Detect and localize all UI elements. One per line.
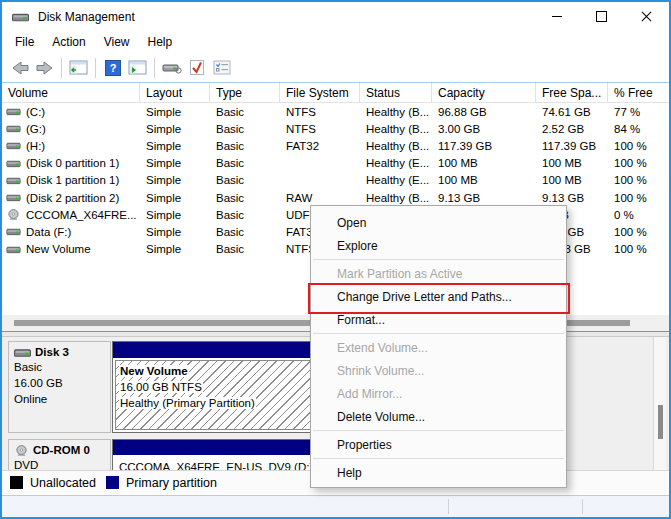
back-button[interactable] (7, 56, 32, 80)
help-button[interactable]: ? (100, 56, 125, 80)
menu-item-shrink-volume: Shrink Volume... (311, 359, 566, 382)
svg-text:?: ? (109, 62, 116, 74)
toolbar: ? (2, 53, 669, 83)
disk3-size: 16.00 GB (14, 376, 110, 390)
minimize-icon (552, 16, 562, 17)
menu-item-explore[interactable]: Explore (311, 234, 566, 257)
volume-name: (H:) (26, 140, 45, 152)
legend-label: Unallocated (30, 476, 96, 490)
context-menu: Open Explore Mark Partition as Active Ch… (310, 205, 567, 488)
menu-item-help[interactable]: Help (311, 461, 566, 484)
legend-primary-partition: Primary partition (106, 476, 217, 490)
volume-name: (Disk 1 partition 1) (26, 174, 119, 186)
volume-name: Data (F:) (26, 226, 71, 238)
volume-name: (G:) (26, 123, 46, 135)
toolbar-separator (61, 58, 62, 78)
column-header-free-space[interactable]: Free Spa... (536, 83, 608, 102)
table-row[interactable]: (H:) Simple Basic FAT32 Healthy (B... 11… (2, 137, 669, 154)
menu-item-mark-partition-active: Mark Partition as Active (311, 262, 566, 285)
refresh-disk-button[interactable] (159, 56, 184, 80)
column-header-volume[interactable]: Volume (2, 83, 140, 102)
menu-item-delete-volume[interactable]: Delete Volume... (311, 405, 566, 428)
back-arrow-icon (10, 60, 30, 76)
show-action-pane-button[interactable] (125, 56, 150, 80)
column-header-status[interactable]: Status (360, 83, 432, 102)
column-header-type[interactable]: Type (210, 83, 280, 102)
drive-icon (6, 107, 21, 116)
forward-button[interactable] (32, 56, 57, 80)
show-console-tree-button[interactable] (66, 56, 91, 80)
drive-icon (6, 141, 21, 150)
volume-list-header: Volume Layout Type File System Status Ca… (2, 83, 669, 103)
properties-list-icon (213, 60, 231, 75)
table-row[interactable]: (Disk 2 partition 2) Simple Basic RAW He… (2, 189, 669, 206)
volume-block-size: 16.00 GB NTFS (119, 381, 203, 393)
menu-file[interactable]: File (6, 32, 43, 52)
menu-item-properties[interactable]: Properties (311, 433, 566, 456)
action-pane-icon (128, 60, 147, 75)
volume-name: (Disk 0 partition 1) (26, 157, 119, 169)
volume-name: CCCOMA_X64FRE... (26, 209, 137, 221)
menu-separator (313, 259, 564, 260)
menu-item-open[interactable]: Open (311, 211, 566, 234)
properties-button[interactable] (209, 56, 234, 80)
volume-name: (Disk 2 partition 2) (26, 192, 119, 204)
help-icon: ? (105, 60, 121, 76)
column-header-layout[interactable]: Layout (140, 83, 210, 102)
disk3-status: Online (14, 392, 110, 406)
toolbar-separator (95, 58, 96, 78)
drive-icon (6, 176, 21, 185)
column-header-capacity[interactable]: Capacity (432, 83, 536, 102)
disk3-name: Disk 3 (35, 346, 69, 358)
disk3-label-panel[interactable]: Disk 3 Basic 16.00 GB Online (8, 341, 111, 433)
menu-separator (313, 430, 564, 431)
menu-separator (313, 458, 564, 459)
console-tree-icon (69, 60, 88, 75)
menu-bar: File Action View Help (2, 31, 669, 53)
disk-rescan-icon (162, 61, 182, 75)
close-icon (641, 11, 652, 22)
check-disk-button[interactable] (184, 56, 209, 80)
window-title: Disk Management (38, 10, 135, 24)
drive-icon (6, 227, 21, 236)
status-bar-divider (448, 499, 449, 514)
legend-unallocated: Unallocated (10, 476, 96, 490)
drive-icon (6, 124, 21, 133)
menu-item-extend-volume: Extend Volume... (311, 336, 566, 359)
table-row[interactable]: (G:) Simple Basic NTFS Healthy (B... 3.0… (2, 120, 669, 137)
status-bar (2, 495, 669, 517)
red-highlight-box (308, 283, 570, 314)
minimize-button[interactable] (534, 2, 579, 31)
volume-name: New Volume (26, 243, 91, 255)
unallocated-swatch (10, 476, 23, 489)
primary-partition-swatch (106, 476, 119, 489)
table-row[interactable]: (Disk 0 partition 1) Simple Basic Health… (2, 155, 669, 172)
toolbar-separator (154, 58, 155, 78)
forward-arrow-icon (35, 60, 55, 76)
check-document-icon (189, 59, 205, 76)
column-header-pct-free[interactable]: % Free (608, 83, 669, 102)
drive-icon (6, 245, 21, 254)
menu-help[interactable]: Help (139, 32, 182, 52)
menu-separator (313, 333, 564, 334)
disk-management-window: Disk Management File Action View Help (0, 0, 671, 519)
table-row[interactable]: (C:) Simple Basic NTFS Healthy (B... 96.… (2, 103, 669, 120)
cdrom0-name: CD-ROM 0 (33, 444, 90, 456)
menu-view[interactable]: View (95, 32, 139, 52)
drive-icon (6, 193, 21, 202)
menu-action[interactable]: Action (43, 32, 94, 52)
menu-item-add-mirror: Add Mirror... (311, 382, 566, 405)
cd-icon (6, 209, 21, 220)
volume-block-status: Healthy (Primary Partition) (119, 397, 256, 409)
legend-label: Primary partition (126, 476, 217, 490)
column-header-file-system[interactable]: File System (280, 83, 360, 102)
vertical-scrollbar-thumb[interactable] (658, 405, 663, 439)
table-row[interactable]: (Disk 1 partition 1) Simple Basic Health… (2, 172, 669, 189)
volume-name: (C:) (26, 106, 45, 118)
cd-icon (14, 445, 29, 456)
drive-icon (6, 159, 21, 168)
maximize-button[interactable] (579, 2, 624, 31)
close-button[interactable] (624, 2, 669, 31)
maximize-icon (596, 11, 607, 22)
disk3-type: Basic (14, 360, 110, 374)
